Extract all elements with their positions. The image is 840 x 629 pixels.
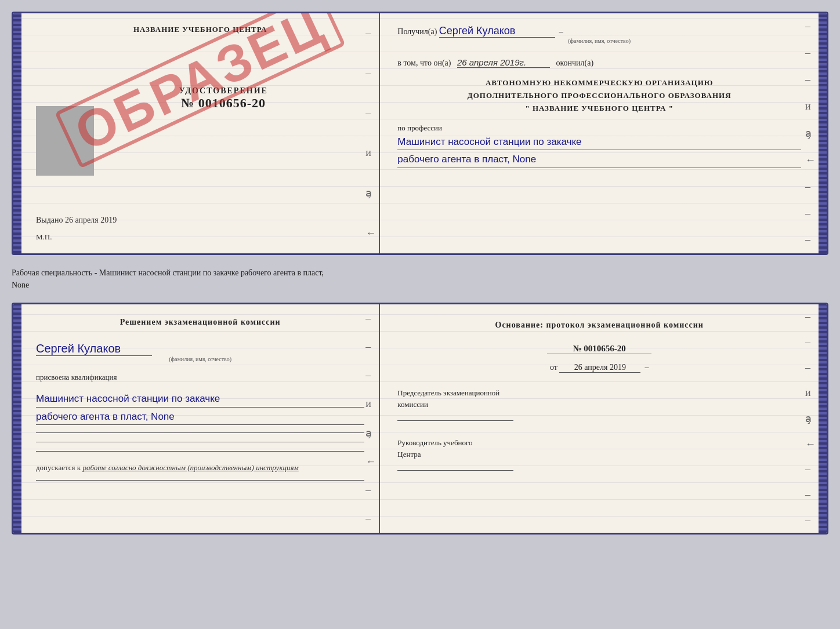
profession-label-top: по профессии xyxy=(397,123,801,133)
osnov-title: Основание: протокол экзаменационной коми… xyxy=(397,319,801,332)
profession-line1-top: Машинист насосной станции по закачке xyxy=(397,134,801,150)
sig-line-3 xyxy=(36,451,364,452)
received-label: Получил(а) xyxy=(397,27,437,36)
org-line3: " НАЗВАНИЕ УЧЕБНОГО ЦЕНТРА " xyxy=(397,102,801,115)
допускается-block: допускается к работе согласно должностны… xyxy=(36,463,364,472)
chairman-block: Председатель экзаменационной комиссии xyxy=(397,387,801,423)
left-panel-bottom: Решением экзаменационной комиссии Сергей… xyxy=(21,304,380,533)
date-line: в том, что он(а) 26 апреля 2019г. окончи… xyxy=(397,57,801,68)
left-panel-top: НАЗВАНИЕ УЧЕБНОГО ЦЕНТРА ОБРАЗЕЦ УДОСТОВ… xyxy=(21,13,380,253)
chairman-label: Председатель экзаменационной комиссии xyxy=(397,387,801,410)
protocol-num-block: № 0010656-20 xyxy=(397,343,801,354)
between-text-line2: None xyxy=(12,281,29,289)
date-label: в том, что он(а) xyxy=(397,59,451,67)
rukovod-block: Руководитель учебного Центра xyxy=(397,437,801,472)
qual-line1: Машинист насосной станции по закачке xyxy=(36,391,364,407)
name-handwritten-bottom: Сергей Кулаков xyxy=(36,342,152,356)
from-label: от xyxy=(550,363,557,372)
rukovod-sig-line xyxy=(397,470,513,471)
right-dashes-right-bottom: –––иа̧←––– xyxy=(805,304,816,533)
page-wrapper: НАЗВАНИЕ УЧЕБНОГО ЦЕНТРА ОБРАЗЕЦ УДОСТОВ… xyxy=(12,12,828,535)
chairman-sig-line xyxy=(397,420,513,421)
udost-title: УДОСТОВЕРЕНИЕ xyxy=(82,86,364,96)
допускается-value: работе согласно должностным (производств… xyxy=(82,463,298,472)
protocol-num: № 0010656-20 xyxy=(547,344,651,354)
document-bottom: Решением экзаменационной комиссии Сергей… xyxy=(12,303,828,535)
org-block: АВТОНОМНУЮ НЕКОММЕРЧЕСКУЮ ОРГАНИЗАЦИЮ ДО… xyxy=(397,77,801,115)
vydano-line: Выдано 26 апреля 2019 xyxy=(36,216,364,228)
qual-block: Машинист насосной станции по закачке раб… xyxy=(36,390,364,424)
org-line2: ДОПОЛНИТЕЛЬНОГО ПРОФЕССИОНАЛЬНОГО ОБРАЗО… xyxy=(397,89,801,102)
right-dashes-left-bottom: –––иа̧←–– xyxy=(365,304,376,533)
udost-num: № 0010656-20 xyxy=(82,96,364,111)
udost-block: УДОСТОВЕРЕНИЕ № 0010656-20 xyxy=(82,86,364,111)
document-top: НАЗВАНИЕ УЧЕБНОГО ЦЕНТРА ОБРАЗЕЦ УДОСТОВ… xyxy=(12,12,828,255)
vydano-text: Выдано 26 апреля 2019 xyxy=(36,216,117,224)
received-line: Получил(а) Сергей Кулаков – (фамилия, им… xyxy=(397,25,801,44)
between-text-block: Рабочая специальность - Машинист насосно… xyxy=(12,262,828,296)
right-dashes-right-top: –––иа̧←––– xyxy=(805,13,816,253)
right-panel-bottom: Основание: протокол экзаменационной коми… xyxy=(380,304,819,533)
sig-line-1 xyxy=(36,432,364,433)
left-ribbon-bottom xyxy=(13,304,21,533)
between-text-line1: Рабочая специальность - Машинист насосно… xyxy=(12,268,324,277)
right-ribbon-bottom xyxy=(819,304,827,533)
date-value: 26 апреля 2019г. xyxy=(457,57,550,68)
assigned-label: присвоена квалификация xyxy=(36,373,364,382)
right-ribbon-top xyxy=(819,13,827,253)
rukovod-label: Руководитель учебного Центра xyxy=(397,437,801,460)
profession-block-top: по профессии Машинист насосной станции п… xyxy=(397,123,801,168)
photo-placeholder xyxy=(36,106,94,176)
profession-line2-top: рабочего агента в пласт, None xyxy=(397,151,801,168)
name-block-bottom: Сергей Кулаков (фамилия, имя, отчество) xyxy=(36,342,364,362)
from-date-block: от 26 апреля 2019 – xyxy=(397,363,801,373)
qual-line2: рабочего агента в пласт, None xyxy=(36,409,364,425)
from-date: 26 апреля 2019 xyxy=(559,363,640,373)
sig-line-4 xyxy=(36,480,364,481)
right-panel-top: Получил(а) Сергей Кулаков – (фамилия, им… xyxy=(380,13,819,253)
допускается-label: допускается к xyxy=(36,463,81,472)
fio-label-bottom: (фамилия, имя, отчество) xyxy=(36,356,364,362)
left-ribbon xyxy=(13,13,21,253)
right-dashes-left: –––иа̧← xyxy=(365,13,376,253)
org-line1: АВТОНОМНУЮ НЕКОММЕРЧЕСКУЮ ОРГАНИЗАЦИЮ xyxy=(397,77,801,89)
fio-label-top: (фамилия, имя, отчество) xyxy=(397,38,801,44)
komissia-title: Решением экзаменационной комиссии xyxy=(36,316,364,329)
center-title-top: НАЗВАНИЕ УЧЕБНОГО ЦЕНТРА xyxy=(36,25,364,34)
mp-line: М.П. xyxy=(36,232,364,242)
sig-line-2 xyxy=(36,442,364,442)
date-suffix: окончил(а) xyxy=(556,59,593,67)
received-name: Сергей Кулаков xyxy=(439,25,555,38)
